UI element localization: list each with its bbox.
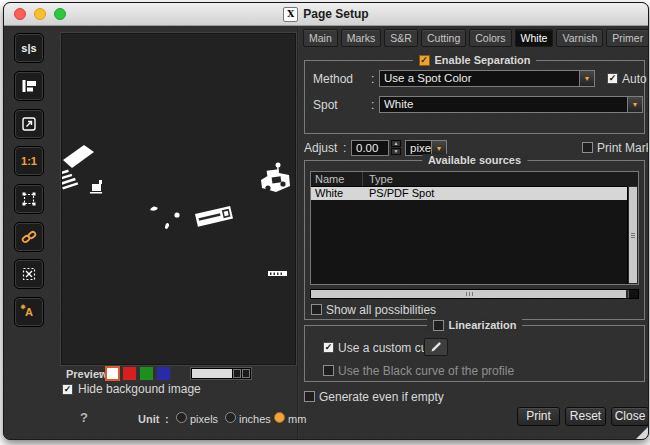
preview-object-stamp xyxy=(90,180,102,194)
sources-table: Name Type White PS/PDF Spot xyxy=(310,171,639,285)
preview-object-steps xyxy=(62,168,78,190)
tab-main[interactable]: Main xyxy=(303,29,338,47)
swatch-blue[interactable] xyxy=(156,366,171,381)
link-icon[interactable] xyxy=(14,222,44,252)
adjust-value: 0.00 xyxy=(356,142,378,154)
method-select[interactable]: Use a Spot Color ▼ xyxy=(379,70,595,87)
adjust-label: Adjust xyxy=(304,142,337,155)
density-ramp[interactable] xyxy=(190,367,252,380)
title-bar: X Page Setup xyxy=(4,3,648,26)
tab-primer[interactable]: Primer xyxy=(606,29,649,47)
preview-object-truck xyxy=(261,163,290,193)
unit-mm-label: mm xyxy=(288,413,306,426)
dropdown-arrow-icon[interactable]: ▼ xyxy=(431,141,446,155)
preview-object-blob-2 xyxy=(174,212,179,217)
horizontal-scrollbar[interactable] xyxy=(310,289,639,299)
frame-clear-icon[interactable] xyxy=(14,259,44,289)
black-curve-checkbox[interactable] xyxy=(323,365,334,376)
linearization-group: Linearization ✓ Use a custom curve Use t… xyxy=(304,325,645,382)
actual-size-icon[interactable]: 1:1 xyxy=(14,146,44,176)
adjust-stepper: ▲ ▼ xyxy=(391,140,401,155)
vertical-scrollbar[interactable] xyxy=(627,186,638,284)
custom-curve-checkbox[interactable]: ✓ xyxy=(323,342,334,353)
preview-canvas[interactable] xyxy=(61,33,296,365)
auto-checkbox[interactable]: ✓ xyxy=(607,73,618,84)
dialog-body: s|s 1:1 xyxy=(4,26,648,439)
row-type-cell: PS/PDF Spot xyxy=(363,187,627,200)
tab-bar: Main Marks S&R Cutting Colors White Varn… xyxy=(303,29,649,47)
black-curve-label: Use the Black curve of the profile xyxy=(338,365,514,378)
enable-separation-group: ✓ Enable Separation Method : Use a Spot … xyxy=(304,60,645,134)
print-marks-checkbox[interactable] xyxy=(582,142,593,153)
sources-table-header: Name Type xyxy=(311,172,638,187)
unit-mm-radio[interactable] xyxy=(274,412,285,423)
reset-button[interactable]: Reset xyxy=(565,407,606,426)
tab-varnish[interactable]: Varnish xyxy=(556,29,603,47)
page-setup-window: X Page Setup s|s 1:1 xyxy=(3,2,649,440)
linearization-label: Linearization xyxy=(449,319,517,331)
resize-grip[interactable] xyxy=(636,427,648,439)
tab-sr[interactable]: S&R xyxy=(384,29,418,47)
enable-separation-label: Enable Separation xyxy=(435,54,531,66)
ramp-dark-segment xyxy=(242,369,250,378)
dropdown-arrow-icon[interactable]: ▼ xyxy=(627,97,642,112)
selection-frame-icon[interactable] xyxy=(14,184,44,214)
preview-canvas-art xyxy=(62,34,295,364)
print-button[interactable]: Print xyxy=(517,407,560,426)
spin-up-icon[interactable]: ▲ xyxy=(391,140,401,147)
annotate-icon[interactable]: A ✱ xyxy=(14,297,44,327)
app-icon: X xyxy=(283,7,298,22)
method-value: Use a Spot Color xyxy=(380,71,579,86)
edit-curve-button[interactable] xyxy=(424,338,448,356)
unit-pixels-radio[interactable] xyxy=(176,412,187,423)
unit-pixels-label: pixels xyxy=(190,413,218,426)
show-all-label: Show all possibilities xyxy=(326,304,436,317)
adjust-input[interactable]: 0.00 xyxy=(351,140,389,156)
preview-object-tarp xyxy=(63,145,94,168)
swatch-white[interactable] xyxy=(105,366,120,381)
hide-background-checkbox[interactable]: ✓ xyxy=(62,384,73,395)
tab-colors[interactable]: Colors xyxy=(469,29,511,47)
mirror-icon[interactable]: s|s xyxy=(14,33,44,63)
window-title: Page Setup xyxy=(303,7,368,21)
spot-label: Spot xyxy=(313,99,338,112)
linearization-checkbox[interactable] xyxy=(433,320,444,331)
row-name-cell: White xyxy=(311,187,363,200)
check-icon: ✓ xyxy=(325,343,333,352)
preview-object-blob-3 xyxy=(164,223,169,230)
hide-background-label: Hide backgound image xyxy=(78,383,201,396)
column-header-name[interactable]: Name xyxy=(311,172,363,186)
swatch-green[interactable] xyxy=(139,366,154,381)
scrollbar-grip-icon xyxy=(466,292,473,296)
vertical-scrollbar-thumb[interactable] xyxy=(629,187,637,283)
swatch-red[interactable] xyxy=(122,366,137,381)
tab-marks[interactable]: Marks xyxy=(341,29,382,47)
preview-object-label xyxy=(195,206,233,227)
scrollbar-grip-icon xyxy=(631,233,635,238)
sparkle-icon: ✱ xyxy=(20,303,25,310)
generate-empty-checkbox[interactable] xyxy=(304,391,315,402)
close-button[interactable]: Close xyxy=(611,407,649,426)
spin-down-icon[interactable]: ▼ xyxy=(391,148,401,155)
unit-inches-radio[interactable] xyxy=(225,412,236,423)
horizontal-scrollbar-thumb[interactable] xyxy=(311,290,626,298)
export-icon[interactable] xyxy=(14,109,44,139)
align-icon[interactable] xyxy=(14,71,44,101)
spot-select[interactable]: White ▼ xyxy=(379,96,643,113)
panel-divider xyxy=(297,26,299,439)
preview-colon: : xyxy=(99,368,103,380)
column-header-type[interactable]: Type xyxy=(363,172,638,186)
check-icon: ✓ xyxy=(64,385,72,394)
pencil-icon xyxy=(430,341,443,353)
method-colon: : xyxy=(371,73,374,86)
enable-separation-checkbox[interactable]: ✓ xyxy=(419,55,430,66)
show-all-checkbox[interactable] xyxy=(311,304,322,315)
auto-label: Auto xyxy=(622,73,647,86)
tab-cutting[interactable]: Cutting xyxy=(421,29,466,47)
tab-white[interactable]: White xyxy=(515,29,554,47)
help-button[interactable]: ? xyxy=(80,410,88,425)
spot-value: White xyxy=(380,97,627,112)
table-row[interactable]: White PS/PDF Spot xyxy=(311,187,627,200)
dropdown-arrow-icon[interactable]: ▼ xyxy=(579,71,594,86)
unit-inches-label: inches xyxy=(239,413,271,426)
